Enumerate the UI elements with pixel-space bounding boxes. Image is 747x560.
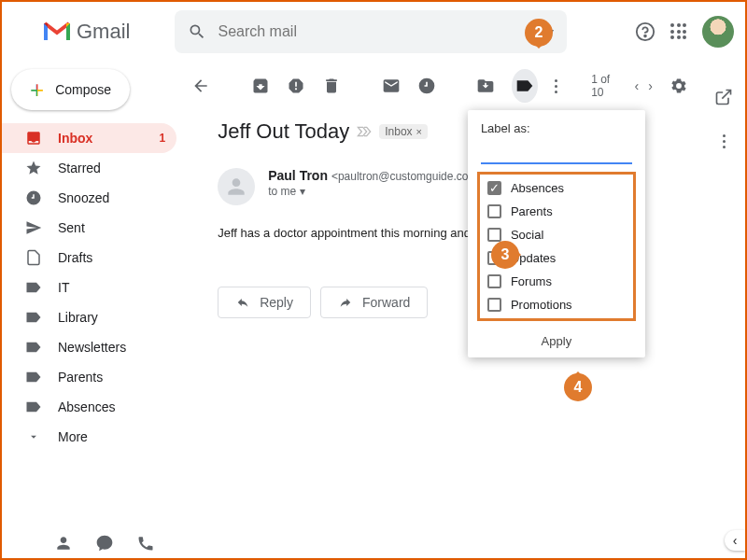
archive-button[interactable] xyxy=(251,77,270,95)
label-as-menu: Label as: ✓Absences Parents Social Updat… xyxy=(468,110,645,357)
show-details-button[interactable]: ▾ xyxy=(300,185,305,198)
sidebar-item-label: Snoozed xyxy=(58,190,109,205)
label-option-parents[interactable]: Parents xyxy=(480,200,633,223)
sidebar-item-library[interactable]: Library xyxy=(2,302,176,332)
checkbox-icon: ✓ xyxy=(487,181,501,195)
sidebar-item-label: Inbox xyxy=(58,131,92,146)
compose-label: Compose xyxy=(55,82,111,97)
open-in-new-button[interactable] xyxy=(714,88,733,106)
sidebar-item-starred[interactable]: Starred xyxy=(2,153,176,183)
sidebar-item-absences[interactable]: Absences xyxy=(2,392,176,422)
forward-button[interactable]: Forward xyxy=(320,287,428,318)
label-chip-inbox[interactable]: Inbox× xyxy=(379,124,428,139)
more-button[interactable] xyxy=(555,79,557,93)
send-icon xyxy=(24,219,43,236)
label-menu-title: Label as: xyxy=(468,119,645,143)
reply-icon xyxy=(235,296,250,309)
compose-button[interactable]: + Compose xyxy=(11,69,130,110)
footer-tray xyxy=(54,534,155,553)
sidebar-item-inbox[interactable]: Inbox 1 xyxy=(2,123,176,153)
apply-button[interactable]: Apply xyxy=(468,325,645,352)
header: Gmail ▾ xyxy=(2,2,745,62)
sidebar-item-label: Parents xyxy=(58,370,103,385)
sidebar-item-more[interactable]: More xyxy=(2,422,176,452)
sender-email: <paultron@customguide.com> xyxy=(331,170,485,183)
label-option-absences[interactable]: ✓Absences xyxy=(480,176,633,200)
label-icon xyxy=(24,281,43,294)
support-button[interactable] xyxy=(635,21,655,42)
settings-button[interactable] xyxy=(669,77,688,95)
expand-icon xyxy=(24,430,43,443)
label-icon xyxy=(24,371,43,384)
phone-button[interactable] xyxy=(136,534,155,553)
checkbox-icon xyxy=(487,298,501,312)
label-icon xyxy=(24,341,43,354)
sidebar-item-label: Sent xyxy=(58,220,85,235)
account-avatar[interactable] xyxy=(702,16,734,48)
annotation-2: 2 xyxy=(525,19,553,47)
toolbar: 1 of 10 ‹ › xyxy=(176,62,703,110)
reply-button[interactable]: Reply xyxy=(218,287,311,318)
gmail-icon xyxy=(43,21,71,42)
main-menu-button[interactable] xyxy=(13,21,35,43)
sidebar-item-parents[interactable]: Parents xyxy=(2,362,176,392)
label-search-input[interactable] xyxy=(481,147,638,161)
snooze-button[interactable] xyxy=(417,77,436,95)
checkbox-icon xyxy=(487,228,501,242)
svg-point-3 xyxy=(644,35,646,37)
label-icon xyxy=(24,400,43,413)
spam-button[interactable] xyxy=(287,77,305,95)
star-icon xyxy=(24,160,43,176)
side-panel xyxy=(703,62,745,521)
side-panel-toggle[interactable]: ‹ xyxy=(725,530,745,551)
label-option-forums[interactable]: Forums xyxy=(480,270,633,293)
label-icon xyxy=(24,311,43,324)
hangouts-button[interactable] xyxy=(95,534,114,553)
unread-count: 1 xyxy=(160,132,166,145)
gmail-wordmark: Gmail xyxy=(77,20,130,44)
label-option-promotions[interactable]: Promotions xyxy=(480,293,633,316)
sidebar-item-sent[interactable]: Sent xyxy=(2,213,176,243)
annotation-4: 4 xyxy=(564,373,592,401)
mark-unread-button[interactable] xyxy=(382,77,401,95)
annotation-3: 3 xyxy=(491,241,519,269)
plus-icon: + xyxy=(30,80,44,99)
sidebar-item-label: Newsletters xyxy=(58,340,126,355)
sidebar-item-label: Drafts xyxy=(58,250,92,265)
back-button[interactable] xyxy=(191,77,210,95)
move-to-button[interactable] xyxy=(476,77,495,95)
file-icon xyxy=(24,249,43,266)
forward-icon xyxy=(338,296,353,309)
google-apps-button[interactable] xyxy=(670,23,687,40)
sender-name: Paul Tron xyxy=(268,168,328,183)
clock-icon xyxy=(24,189,43,206)
checkbox-icon xyxy=(487,204,501,218)
contacts-button[interactable] xyxy=(54,534,73,553)
sidebar-item-label: More xyxy=(58,429,88,444)
sidebar-item-drafts[interactable]: Drafts xyxy=(2,243,176,273)
search-input[interactable] xyxy=(218,23,536,40)
newer-button[interactable]: ‹ xyxy=(635,78,640,93)
search-bar[interactable]: ▾ xyxy=(175,10,567,53)
sender-avatar xyxy=(218,168,255,205)
gmail-logo[interactable]: Gmail xyxy=(43,20,130,44)
older-button[interactable]: › xyxy=(648,78,653,93)
remove-label-icon[interactable]: × xyxy=(416,126,422,137)
recipient-line: to me xyxy=(268,185,296,198)
label-search[interactable] xyxy=(481,145,632,164)
checkbox-icon xyxy=(487,274,501,288)
sidebar-item-label: Library xyxy=(58,310,98,325)
delete-button[interactable] xyxy=(322,77,341,95)
sidebar-item-snoozed[interactable]: Snoozed xyxy=(2,183,176,213)
sidebar: + Compose Inbox 1 Starred Snoozed Sent xyxy=(2,62,176,521)
sidebar-item-label: Absences xyxy=(58,399,115,414)
message-more-button[interactable] xyxy=(723,134,726,148)
inbox-icon xyxy=(24,130,43,147)
search-icon xyxy=(188,22,206,41)
sidebar-item-newsletters[interactable]: Newsletters xyxy=(2,332,176,362)
sidebar-item-label: Starred xyxy=(58,161,101,175)
labels-button[interactable] xyxy=(512,69,538,103)
important-icon[interactable] xyxy=(357,126,372,137)
sidebar-item-it[interactable]: IT xyxy=(2,273,176,302)
sidebar-item-label: IT xyxy=(58,280,69,295)
